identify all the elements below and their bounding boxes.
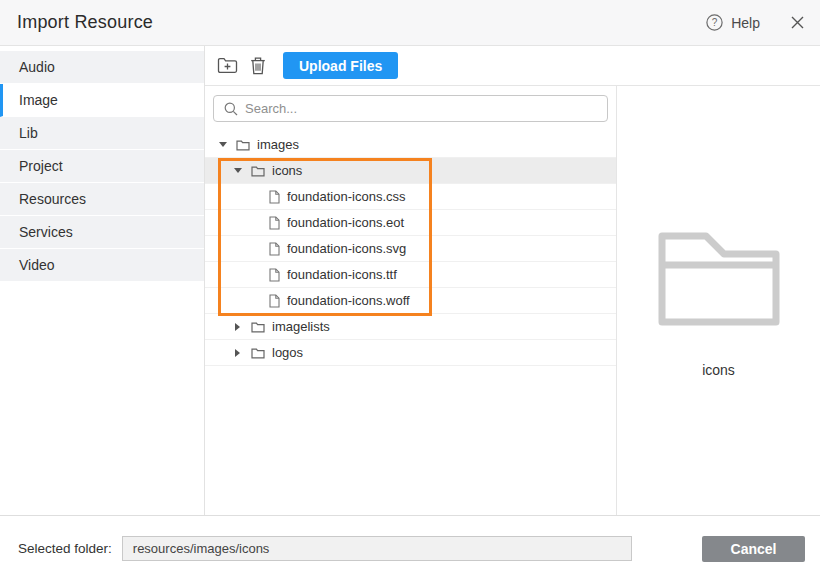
toolbar: Upload Files [205,46,820,86]
tree-row-label: foundation-icons.woff [287,293,410,308]
tree-row-label: foundation-icons.ttf [287,267,397,282]
selected-folder-input[interactable] [122,536,632,561]
sidebar-item-resources[interactable]: Resources [0,183,204,216]
sidebar-item-image[interactable]: Image [0,84,204,117]
file-icon [269,294,280,308]
sidebar-item-video[interactable]: Video [0,249,204,282]
file-icon [269,190,280,204]
file-tree: images icons foundation-icons.css [205,132,616,515]
close-icon [791,16,804,29]
search-input[interactable] [213,95,608,122]
help-label: Help [731,15,760,31]
sidebar-item-project[interactable]: Project [0,150,204,183]
caret-right-icon[interactable] [233,349,242,357]
tree-row-label: logos [272,345,303,360]
file-tree-panel: images icons foundation-icons.css [205,86,617,515]
tree-row-icons[interactable]: icons [205,158,616,184]
sidebar-item-label: Video [19,257,55,273]
caret-down-icon[interactable] [233,168,242,173]
tree-row-imagelists[interactable]: imagelists [205,314,616,340]
tree-row-label: foundation-icons.css [287,189,406,204]
sidebar-item-services[interactable]: Services [0,216,204,249]
folder-icon [236,139,250,151]
tree-row-file[interactable]: foundation-icons.eot [205,210,616,236]
upload-files-button[interactable]: Upload Files [283,52,398,79]
add-folder-button[interactable] [214,54,240,78]
dialog-header: Import Resource ? Help [0,0,820,46]
tree-row-label: foundation-icons.svg [287,241,406,256]
cancel-button[interactable]: Cancel [702,536,805,562]
tree-row-images[interactable]: images [205,132,616,158]
file-icon [269,216,280,230]
add-folder-icon [217,57,238,74]
sidebar-item-label: Image [19,92,58,108]
sidebar-item-label: Services [19,224,73,240]
file-icon [269,242,280,256]
folder-icon [251,165,265,177]
question-circle-icon: ? [706,14,723,31]
delete-button[interactable] [245,54,271,78]
page-title: Import Resource [17,12,153,33]
tree-row-label: imagelists [272,319,330,334]
close-button[interactable] [791,16,804,29]
tree-row-logos[interactable]: logos [205,340,616,366]
folder-icon [251,347,265,359]
preview-panel: icons [617,86,820,515]
caret-down-icon[interactable] [218,142,227,147]
selected-folder-label: Selected folder: [18,541,112,556]
delete-icon [250,57,266,75]
tree-row-file[interactable]: foundation-icons.css [205,184,616,210]
sidebar-item-label: Resources [19,191,86,207]
tree-row-label: icons [272,163,302,178]
sidebar-item-label: Lib [19,125,38,141]
preview-folder-name: icons [702,362,735,378]
sidebar-item-label: Project [19,158,63,174]
dialog-footer: Selected folder: Cancel [0,515,820,581]
tree-row-file[interactable]: foundation-icons.woff [205,288,616,314]
tree-row-label: foundation-icons.eot [287,215,404,230]
sidebar-item-lib[interactable]: Lib [0,117,204,150]
tree-row-label: images [257,137,299,152]
help-button[interactable]: ? Help [706,14,760,31]
folder-icon [251,321,265,333]
sidebar-item-audio[interactable]: Audio [0,51,204,84]
tree-row-file[interactable]: foundation-icons.svg [205,236,616,262]
sidebar-item-label: Audio [19,59,55,75]
folder-icon [658,232,780,326]
file-icon [269,268,280,282]
caret-right-icon[interactable] [233,323,242,331]
import-resource-dialog: Import Resource ? Help [0,0,820,581]
svg-text:?: ? [712,17,718,28]
tree-row-file[interactable]: foundation-icons.ttf [205,262,616,288]
category-sidebar: Audio Image Lib Project Resources Servic… [0,46,205,515]
